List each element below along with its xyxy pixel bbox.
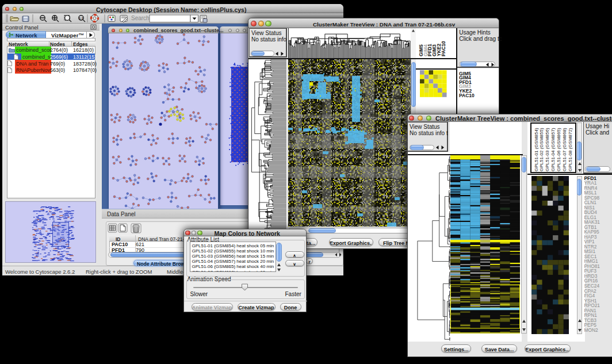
svg-text:1:1: 1:1	[79, 17, 83, 20]
svg-text:Search:: Search:	[131, 15, 151, 21]
